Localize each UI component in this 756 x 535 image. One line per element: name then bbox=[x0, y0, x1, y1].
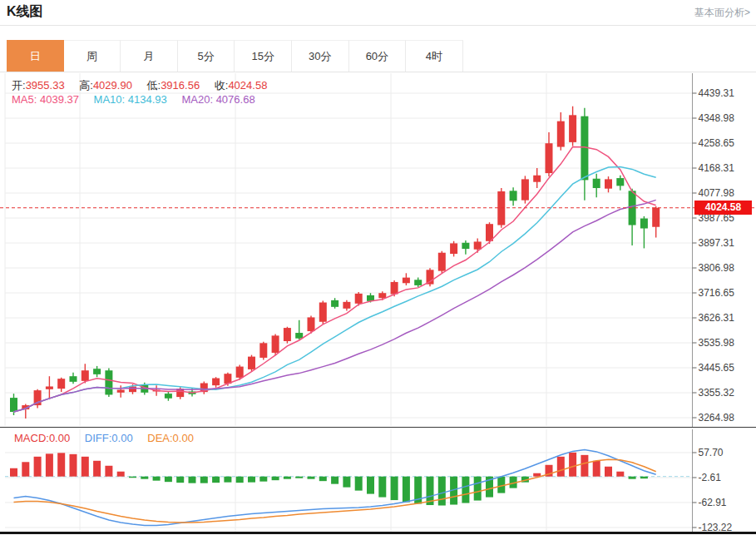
ma20-label: MA20: bbox=[181, 93, 213, 106]
ma10-value: 4134.93 bbox=[128, 93, 167, 106]
tab-4hour[interactable]: 4时 bbox=[406, 40, 463, 72]
ma5-value: 4039.37 bbox=[40, 93, 79, 106]
svg-text:57.70: 57.70 bbox=[699, 447, 724, 458]
tab-15min[interactable]: 15分 bbox=[235, 40, 292, 72]
svg-text:4168.31: 4168.31 bbox=[699, 162, 735, 174]
ma-info: MA5: 4039.37 MA10: 4134.93 MA20: 4076.68 bbox=[12, 93, 255, 106]
ohlc-info: 开:3955.33 高:4029.90 低:3916.56 收:4024.58 bbox=[12, 78, 267, 93]
svg-text:4077.98: 4077.98 bbox=[699, 187, 735, 199]
svg-text:-62.91: -62.91 bbox=[699, 497, 727, 508]
tab-week[interactable]: 周 bbox=[64, 40, 121, 72]
close-value: 4024.58 bbox=[228, 79, 267, 92]
bottom-border bbox=[0, 532, 756, 534]
ma20-value: 4076.68 bbox=[216, 93, 255, 106]
tabbar-underline bbox=[0, 72, 756, 72]
diff-label: DIFF: bbox=[85, 432, 112, 444]
low-value: 3916.56 bbox=[161, 79, 200, 92]
ma10-label: MA10: bbox=[94, 93, 126, 106]
svg-text:3445.65: 3445.65 bbox=[699, 362, 735, 374]
panel-divider bbox=[0, 427, 756, 428]
svg-text:4258.65: 4258.65 bbox=[699, 137, 735, 149]
dea-label: DEA: bbox=[147, 432, 172, 444]
open-label: 开: bbox=[12, 79, 26, 92]
diff-value: 0.00 bbox=[111, 432, 132, 444]
macd-svg: 57.70-2.61-62.91-123.22 bbox=[0, 429, 756, 533]
tab-30min[interactable]: 30分 bbox=[292, 40, 349, 72]
close-label: 收: bbox=[215, 79, 229, 92]
current-price-badge: 4024.58 bbox=[694, 201, 752, 215]
svg-text:4439.31: 4439.31 bbox=[699, 87, 735, 99]
tab-60min[interactable]: 60分 bbox=[349, 40, 407, 72]
svg-text:3535.98: 3535.98 bbox=[699, 337, 735, 349]
svg-text:-2.61: -2.61 bbox=[699, 472, 722, 483]
macd-panel: 57.70-2.61-62.91-123.22 MACD:0.00 DIFF:0… bbox=[0, 429, 756, 533]
candlestick-chart: 4439.314348.984258.654168.314077.983987.… bbox=[0, 73, 756, 427]
kline-page: K线图 基本面分析> 日 周 月 5分 15分 30分 60分 4时 4439.… bbox=[0, 0, 756, 535]
high-value: 4029.90 bbox=[93, 79, 132, 92]
page-header: K线图 基本面分析> bbox=[0, 0, 756, 26]
tab-5min[interactable]: 5分 bbox=[178, 40, 235, 72]
high-label: 高: bbox=[79, 79, 93, 92]
svg-text:4348.98: 4348.98 bbox=[699, 112, 735, 124]
open-value: 3955.33 bbox=[26, 79, 65, 92]
low-label: 低: bbox=[147, 79, 161, 92]
svg-text:3626.31: 3626.31 bbox=[699, 312, 735, 324]
macd-value: 0.00 bbox=[49, 432, 70, 444]
svg-text:3806.98: 3806.98 bbox=[699, 262, 735, 274]
svg-text:3264.98: 3264.98 bbox=[699, 412, 735, 424]
tab-month[interactable]: 月 bbox=[121, 40, 178, 72]
svg-text:3716.65: 3716.65 bbox=[699, 287, 735, 299]
candlestick-svg: 4439.314348.984258.654168.314077.983987.… bbox=[0, 73, 756, 427]
tab-day[interactable]: 日 bbox=[7, 40, 64, 72]
page-title: K线图 bbox=[7, 3, 43, 21]
macd-info: MACD:0.00 DIFF:0.00 DEA:0.00 bbox=[14, 432, 194, 444]
fundamental-analysis-link[interactable]: 基本面分析> bbox=[694, 6, 750, 20]
svg-text:3897.31: 3897.31 bbox=[699, 237, 735, 249]
macd-label: MACD: bbox=[14, 432, 49, 444]
ma5-label: MA5: bbox=[12, 93, 37, 106]
period-tabbar: 日 周 月 5分 15分 30分 60分 4时 bbox=[7, 40, 463, 72]
svg-text:3355.32: 3355.32 bbox=[699, 387, 735, 399]
dea-value: 0.00 bbox=[173, 432, 194, 444]
